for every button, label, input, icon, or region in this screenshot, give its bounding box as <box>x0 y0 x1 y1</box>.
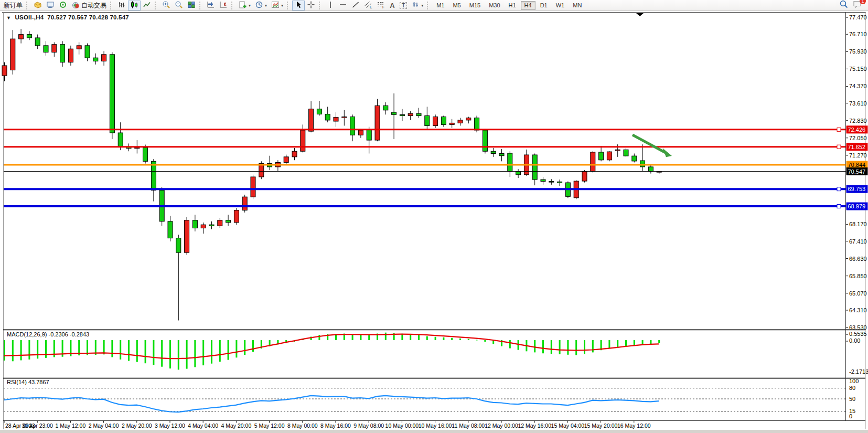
profiles-button[interactable] <box>31 1 44 10</box>
periodicity-button[interactable]: ▾ <box>253 1 269 10</box>
candle-body <box>93 58 98 61</box>
svg-text:0.5535: 0.5535 <box>849 331 867 337</box>
candle-body <box>375 105 380 140</box>
crosshair-icon <box>307 1 315 10</box>
candle-body <box>35 38 40 46</box>
tf-H4[interactable]: H4 <box>521 1 535 10</box>
macd-bar <box>368 335 370 340</box>
macd-bar <box>534 340 535 352</box>
candle-body <box>317 109 322 114</box>
horizontal-line-button[interactable] <box>337 1 349 10</box>
candlestick-chart-button[interactable] <box>128 1 141 10</box>
crosshair-button[interactable] <box>305 1 317 10</box>
text-button[interactable]: A <box>387 1 398 10</box>
candle-body <box>358 130 363 135</box>
tf-M15[interactable]: M15 <box>466 1 484 10</box>
candle-body <box>466 118 471 120</box>
candle-body <box>491 151 496 153</box>
macd-bar <box>28 340 30 360</box>
candle-body <box>400 114 404 115</box>
tile-windows-button[interactable] <box>185 1 198 10</box>
templates-button[interactable]: ▾ <box>269 1 285 10</box>
tf-H1[interactable]: H1 <box>505 1 520 10</box>
new-order-button[interactable]: 新订单 <box>2 1 25 10</box>
line-handle[interactable] <box>837 205 841 208</box>
candle-body <box>242 197 247 210</box>
tf-M1[interactable]: M1 <box>433 1 448 10</box>
candle-body <box>226 220 231 223</box>
time-label: 30 Apr 23:00 <box>22 423 53 429</box>
chart-shift-button[interactable] <box>217 1 230 10</box>
collapse-icon[interactable]: ▼ <box>6 15 11 20</box>
candle-body <box>284 157 288 163</box>
candle-body <box>309 109 314 131</box>
svg-text:-2.1713: -2.1713 <box>849 368 868 375</box>
fibonacci-button[interactable]: F <box>374 1 387 10</box>
svg-text:67.410: 67.410 <box>849 238 867 245</box>
window-edge <box>0 430 868 433</box>
notifications-button[interactable]: 1 <box>853 0 863 11</box>
line-chart-button[interactable] <box>141 1 153 10</box>
auto-scroll-button[interactable] <box>205 1 217 10</box>
navigator-button[interactable] <box>57 1 69 10</box>
equidistant-channel-button[interactable]: E <box>362 1 374 10</box>
time-label: 10 May 16:00 <box>419 423 452 429</box>
candle-body <box>441 117 446 125</box>
macd-bar <box>178 340 179 369</box>
candle-body <box>475 118 479 130</box>
candle-body <box>624 150 628 156</box>
macd-bar <box>410 334 411 340</box>
new-chart-button[interactable]: ▾ <box>237 1 253 10</box>
time-label: 15 May 04:00 <box>551 423 585 429</box>
toolbar-grip <box>199 2 202 9</box>
candle-body <box>558 182 562 183</box>
macd-bar <box>468 339 469 340</box>
svg-text:65.070: 65.070 <box>849 290 867 297</box>
trendline-icon <box>351 1 360 10</box>
svg-text:50: 50 <box>849 396 855 402</box>
profiles-icon <box>34 1 42 10</box>
macd-bar <box>20 340 22 360</box>
line-handle[interactable] <box>837 128 841 131</box>
svg-text:70.547: 70.547 <box>848 168 866 175</box>
macd-bar <box>136 340 138 362</box>
chart-canvas[interactable]: 77.47076.71075.93075.15074.37073.61072.8… <box>0 0 868 433</box>
time-label: 11 May 08:00 <box>452 423 485 429</box>
tf-MN[interactable]: MN <box>569 1 585 10</box>
candle-body <box>201 225 206 228</box>
macd-label: MACD(12,26,9) -0.2306 -0.2843 <box>7 331 89 337</box>
candle-body <box>44 46 48 52</box>
line-handle[interactable] <box>837 187 841 191</box>
tf-M5[interactable]: M5 <box>449 1 464 10</box>
arrows-button[interactable]: ▾ <box>409 1 425 10</box>
text-label-button[interactable]: T <box>398 1 409 10</box>
autotrading-button[interactable]: 自动交易 <box>69 1 109 10</box>
bar-chart-button[interactable] <box>115 1 128 10</box>
cursor-button[interactable] <box>292 1 305 10</box>
search-icon[interactable] <box>839 0 849 11</box>
candle-body <box>458 120 463 123</box>
macd-bar <box>45 340 47 358</box>
market-watch-button[interactable] <box>44 1 57 10</box>
tf-D1[interactable]: D1 <box>537 1 551 10</box>
zoom-in-button[interactable] <box>160 1 173 10</box>
line-chart-icon <box>143 1 151 10</box>
zoom-in-icon <box>162 1 170 10</box>
macd-bar <box>111 340 113 357</box>
macd-bar <box>575 340 577 355</box>
line-handle[interactable] <box>837 145 841 149</box>
svg-text:69.753: 69.753 <box>848 186 866 192</box>
vertical-line-button[interactable] <box>324 1 337 10</box>
zoom-out-button[interactable] <box>173 1 185 10</box>
tf-W1[interactable]: W1 <box>552 1 569 10</box>
macd-bar <box>352 334 353 340</box>
macd-bar <box>451 338 453 340</box>
candle-body <box>143 147 148 161</box>
chart-ohlc-label: 70.527 70.567 70.428 70.547 <box>47 14 129 20</box>
candle-body <box>408 113 413 115</box>
macd-bar <box>484 340 486 342</box>
tf-M30[interactable]: M30 <box>485 1 503 10</box>
chart-title: ▼ USOil-,H4 70.527 70.567 70.428 70.547 <box>6 14 129 20</box>
trendline-button[interactable] <box>349 1 362 10</box>
macd-bar <box>617 340 618 347</box>
